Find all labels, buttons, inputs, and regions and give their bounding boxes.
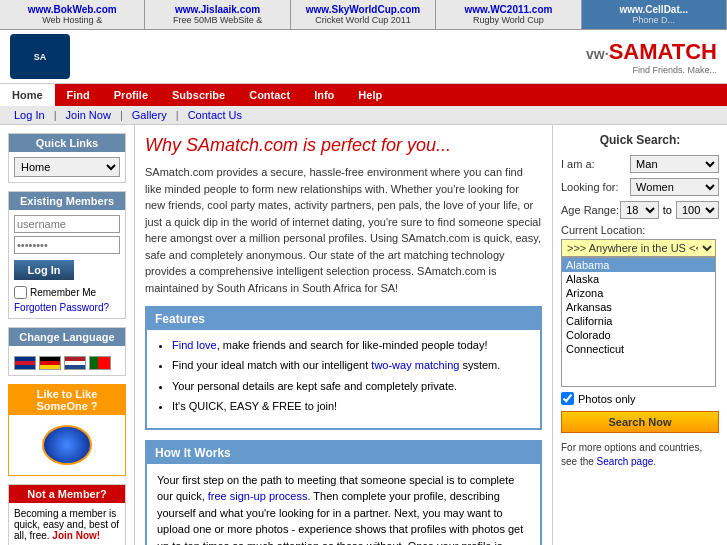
nav-join-now[interactable]: Join Now <box>66 109 111 121</box>
feature-item-3: Your personal details are kept safe and … <box>172 379 530 394</box>
features-content: Find love, make friends and search for l… <box>147 330 540 428</box>
nav-subscribe[interactable]: Subscribe <box>160 84 237 106</box>
browser-tab-4[interactable]: www.WC2011.com Rugby World Cup <box>436 0 581 29</box>
not-member-title: Not a Member? <box>9 485 125 503</box>
features-box: Features Find love, make friends and sea… <box>145 306 542 430</box>
feature-item-1: Find love, make friends and search for l… <box>172 338 530 353</box>
globe-icon <box>42 425 92 465</box>
looking-for-row: Looking for: Women Men Both <box>561 178 719 196</box>
age-to-select[interactable]: 100 <box>676 201 719 219</box>
existing-members-title: Existing Members <box>9 192 125 210</box>
browser-tab-2[interactable]: www.Jislaaik.com Free 50MB WebSite & <box>145 0 290 29</box>
i-am-row: I am a: Man Woman <box>561 155 719 173</box>
location-label: Current Location: <box>561 224 719 236</box>
nav-home[interactable]: Home <box>0 84 55 106</box>
change-language-box: Change Language <box>8 327 126 376</box>
search-now-button[interactable]: Search Now <box>561 411 719 433</box>
like-box: Like to Like SomeOne ? <box>8 384 126 476</box>
nav-find[interactable]: Find <box>55 84 102 106</box>
nav-profile[interactable]: Profile <box>102 84 160 106</box>
not-member-box: Not a Member? Becoming a member is quick… <box>8 484 126 545</box>
looking-for-select[interactable]: Women Men Both <box>630 178 719 196</box>
search-page-link[interactable]: Search page <box>597 456 654 467</box>
intro-text: SAmatch.com provides a secure, hassle-fr… <box>145 164 542 296</box>
nav-contact[interactable]: Contact <box>237 84 302 106</box>
existing-members-box: Existing Members Log In Remember Me Forg… <box>8 191 126 319</box>
quick-search-title: Quick Search: <box>561 133 719 147</box>
i-am-select[interactable]: Man Woman <box>630 155 719 173</box>
change-language-title: Change Language <box>9 328 125 346</box>
flag-row <box>14 356 120 370</box>
location-row: Current Location: >>> Anywhere in the US… <box>561 224 719 387</box>
features-header: Features <box>147 308 540 330</box>
features-list: Find love, make friends and search for l… <box>157 338 530 415</box>
how-content: Your first step on the path to meeting t… <box>147 464 540 545</box>
nav-contact-us[interactable]: Contact Us <box>188 109 242 121</box>
not-member-content: Becoming a member is quick, easy and, be… <box>9 503 125 545</box>
photos-only-row: Photos only <box>561 392 719 405</box>
right-sidebar: Quick Search: I am a: Man Woman Looking … <box>552 125 727 545</box>
flag-nl[interactable] <box>64 356 86 370</box>
secondary-nav: Log In | Join Now | Gallery | Contact Us <box>0 106 727 125</box>
like-to-like-title: Like to Like SomeOne ? <box>9 385 125 415</box>
location-item-2[interactable]: Arizona <box>562 286 715 300</box>
like-box-content <box>9 415 125 475</box>
photos-only-checkbox[interactable] <box>561 392 574 405</box>
location-select[interactable]: >>> Anywhere in the US <<< <box>561 239 716 257</box>
existing-members-content: Log In Remember Me Forgotten Password? <box>9 210 125 318</box>
page-title: Why SAmatch.com is perfect for you... <box>145 135 542 156</box>
age-from-select[interactable]: 18 <box>620 201 659 219</box>
remember-me-checkbox[interactable] <box>14 286 27 299</box>
looking-for-label: Looking for: <box>561 181 630 193</box>
remember-me-label: Remember Me <box>30 287 96 298</box>
search-more-text: For more options and countries, see the … <box>561 441 719 469</box>
photos-only-label: Photos only <box>578 393 635 405</box>
quick-links-content: Home <box>9 152 125 182</box>
i-am-label: I am a: <box>561 158 630 170</box>
feature-item-2: Find your ideal match with our intellige… <box>172 358 530 373</box>
flag-uk[interactable] <box>14 356 36 370</box>
password-input[interactable] <box>14 236 120 254</box>
location-item-4[interactable]: California <box>562 314 715 328</box>
location-list[interactable]: Alabama Alaska Arizona Arkansas Californ… <box>561 257 716 387</box>
site-logo: vw·SAMATCH <box>586 39 717 65</box>
age-range-row: Age Range: 18 to 100 <box>561 201 719 219</box>
nav-help[interactable]: Help <box>346 84 394 106</box>
site-tagline: Find Friends. Make... <box>586 65 717 75</box>
nav-info[interactable]: Info <box>302 84 346 106</box>
flag-pt[interactable] <box>89 356 111 370</box>
main-layout: Quick Links Home Existing Members Log In… <box>0 125 727 545</box>
browser-tab-1[interactable]: www.BokWeb.com Web Hosting & <box>0 0 145 29</box>
free-signup-link[interactable]: free sign-up process <box>208 490 308 502</box>
quick-links-title: Quick Links <box>9 134 125 152</box>
browser-tab-3[interactable]: www.SkyWorldCup.com Cricket World Cup 20… <box>291 0 436 29</box>
quick-links-box: Quick Links Home <box>8 133 126 183</box>
age-range-label: Age Range: <box>561 204 620 216</box>
main-nav: Home Find Profile Subscribe Contact Info… <box>0 84 727 106</box>
age-to-label: to <box>663 204 672 216</box>
join-now-link[interactable]: Join Now! <box>52 530 100 541</box>
browser-tab-5[interactable]: www.CellDat... Phone D... <box>582 0 727 29</box>
location-item-6[interactable]: Connecticut <box>562 342 715 356</box>
location-item-5[interactable]: Colorado <box>562 328 715 342</box>
left-sidebar: Quick Links Home Existing Members Log In… <box>0 125 135 545</box>
find-love-link[interactable]: Find love <box>172 339 217 351</box>
nav-login[interactable]: Log In <box>14 109 45 121</box>
login-button[interactable]: Log In <box>14 260 74 280</box>
flag-de[interactable] <box>39 356 61 370</box>
content-area: Why SAmatch.com is perfect for you... SA… <box>135 125 552 545</box>
how-header: How It Works <box>147 442 540 464</box>
how-box: How It Works Your first step on the path… <box>145 440 542 545</box>
location-item-0[interactable]: Alabama <box>562 258 715 272</box>
browser-tabs: www.BokWeb.com Web Hosting & www.Jislaai… <box>0 0 727 30</box>
feature-item-4: It's QUICK, EASY & FREE to join! <box>172 399 530 414</box>
two-way-link[interactable]: two-way matching <box>371 359 459 371</box>
location-item-3[interactable]: Arkansas <box>562 300 715 314</box>
username-input[interactable] <box>14 215 120 233</box>
remember-me-row: Remember Me <box>14 286 120 299</box>
nav-gallery[interactable]: Gallery <box>132 109 167 121</box>
forgot-password-link[interactable]: Forgotten Password? <box>14 302 120 313</box>
quick-links-select[interactable]: Home <box>14 157 120 177</box>
change-language-content <box>9 346 125 375</box>
location-item-1[interactable]: Alaska <box>562 272 715 286</box>
